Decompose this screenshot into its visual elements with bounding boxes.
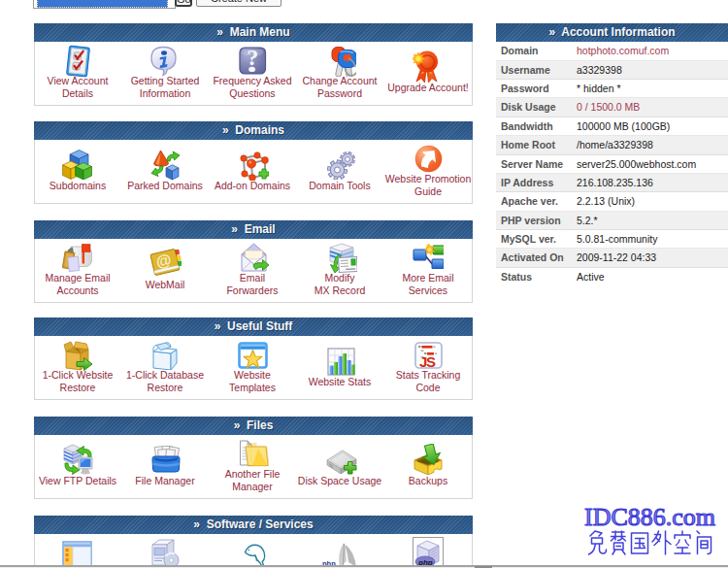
svg-text:JS: JS — [419, 353, 436, 369]
svg-text:?: ? — [247, 47, 258, 70]
